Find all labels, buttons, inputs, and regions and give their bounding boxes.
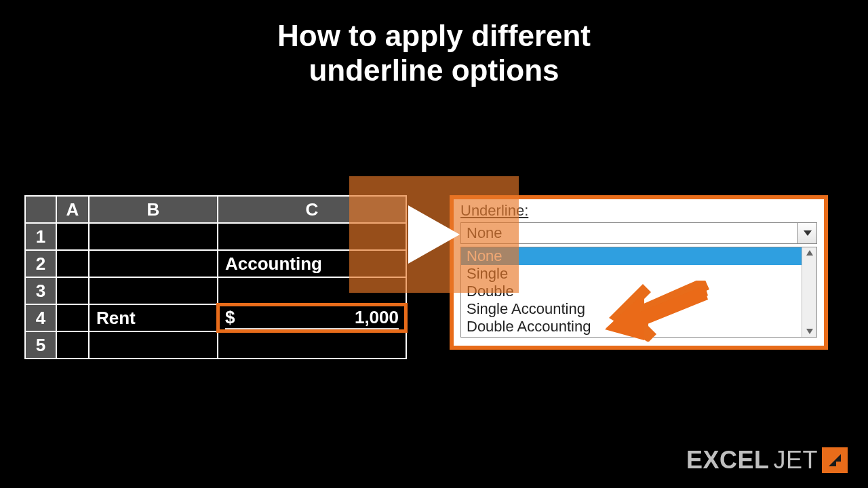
title-line-2: underline options bbox=[309, 54, 559, 87]
cell-b5[interactable] bbox=[89, 331, 218, 359]
svg-marker-8 bbox=[408, 205, 460, 264]
option-double-accounting[interactable]: Double Accounting bbox=[461, 318, 802, 336]
title-line-1: How to apply different bbox=[277, 19, 591, 52]
row-header-4[interactable]: 4 bbox=[25, 304, 56, 331]
cell-a5[interactable] bbox=[56, 331, 89, 359]
combobox-dropdown-button[interactable] bbox=[797, 223, 816, 243]
svg-marker-0 bbox=[804, 230, 812, 236]
cell-c4-currency: $ bbox=[225, 307, 235, 328]
svg-marker-9 bbox=[829, 454, 841, 466]
logo-text-thin: JET bbox=[773, 446, 818, 474]
column-header-a[interactable]: A bbox=[56, 196, 89, 223]
column-header-b[interactable]: B bbox=[89, 196, 218, 223]
cell-a4[interactable] bbox=[56, 304, 89, 331]
chevron-down-icon bbox=[804, 230, 812, 236]
page-title: How to apply different underline options bbox=[0, 0, 868, 87]
row-header-1[interactable]: 1 bbox=[25, 223, 56, 250]
row-header-5[interactable]: 5 bbox=[25, 331, 56, 359]
logo-badge-icon bbox=[822, 447, 848, 473]
cell-c5[interactable] bbox=[218, 331, 406, 359]
listbox-scrollbar[interactable] bbox=[802, 247, 816, 337]
option-single-accounting[interactable]: Single Accounting bbox=[461, 300, 802, 318]
cell-b3[interactable] bbox=[89, 277, 218, 304]
cell-a2[interactable] bbox=[56, 250, 89, 277]
exceljet-logo: EXCELJET bbox=[686, 446, 848, 474]
cell-b1[interactable] bbox=[89, 223, 218, 250]
cell-b4[interactable]: Rent bbox=[89, 304, 218, 331]
row-header-2[interactable]: 2 bbox=[25, 250, 56, 277]
play-icon bbox=[408, 205, 460, 264]
cell-a1[interactable] bbox=[56, 223, 89, 250]
cell-c4[interactable]: $ 1,000 bbox=[218, 304, 406, 331]
scroll-up-icon bbox=[806, 250, 813, 256]
cell-a3[interactable] bbox=[56, 277, 89, 304]
cell-c4-value: 1,000 bbox=[355, 307, 399, 328]
cell-b2[interactable] bbox=[89, 250, 218, 277]
row-header-3[interactable]: 3 bbox=[25, 277, 56, 304]
svg-marker-1 bbox=[806, 250, 813, 256]
scroll-down-icon bbox=[806, 329, 813, 334]
svg-marker-2 bbox=[806, 329, 813, 334]
select-all-corner[interactable] bbox=[25, 196, 56, 223]
play-button[interactable] bbox=[349, 176, 519, 293]
logo-text-bold: EXCEL bbox=[686, 446, 770, 474]
